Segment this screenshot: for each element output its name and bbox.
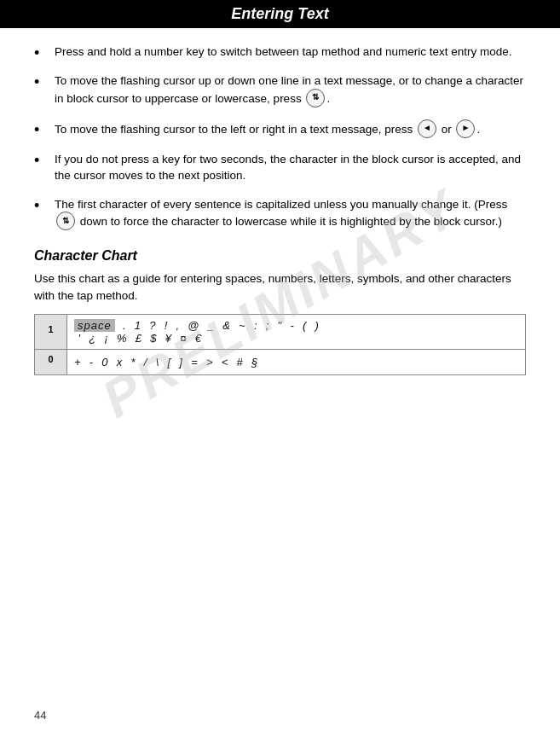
page-title: Entering Text [231,5,328,22]
right-arrow-icon: ► [456,119,475,138]
character-chart-table: 1 space . 1 ? ! , @ _ & ~ : ; " - ( ) ' … [34,314,526,374]
list-item: • To move the flashing cursor up or down… [34,73,526,108]
chars-cell-1: space . 1 ? ! , @ _ & ~ : ; " - ( ) ' ¿ … [67,315,526,350]
list-item: • The first character of every sentence … [34,196,526,232]
bullet-dot: • [34,74,49,90]
page-header: Entering Text [0,0,560,28]
left-arrow-icon: ◄ [418,119,436,138]
bullet-text: Press and hold a number key to switch be… [55,44,526,61]
up-down-icon-2: ⇅ [56,212,75,230]
list-item: • Press and hold a number key to switch … [34,44,526,61]
bullet-text: The first character of every sentence is… [55,196,526,232]
space-label: space [74,319,115,332]
bullet-dot: • [34,45,49,61]
chars-cell-0: + - 0 x * / \ [ ] = > < # § [67,350,526,374]
bullet-dot: • [34,198,49,213]
char-chart-heading: Character Chart [34,248,526,264]
bullet-list: • Press and hold a number key to switch … [34,44,526,231]
bullet-text: If you do not press a key for two second… [55,151,526,184]
bullet-dot: • [34,122,49,137]
list-item: • To move the flashing cursor to the lef… [34,120,526,139]
bullet-dot: • [34,153,49,168]
up-down-icon: ⇅ [306,89,325,107]
list-item: • If you do not press a key for two seco… [34,151,526,184]
key-cell-1: 1 [35,315,67,350]
page-number: 44 [34,709,46,722]
table-row: 1 space . 1 ? ! , @ _ & ~ : ; " - ( ) ' … [35,315,526,350]
bullet-text: To move the flashing cursor to the left … [55,120,526,139]
main-content: • Press and hold a number key to switch … [0,28,560,392]
bullet-text: To move the flashing cursor up or down o… [55,73,526,108]
char-chart-desc: Use this chart as a guide for entering s… [34,270,526,304]
table-row: 0 + - 0 x * / \ [ ] = > < # § [35,350,526,374]
key-cell-0: 0 [35,350,67,374]
